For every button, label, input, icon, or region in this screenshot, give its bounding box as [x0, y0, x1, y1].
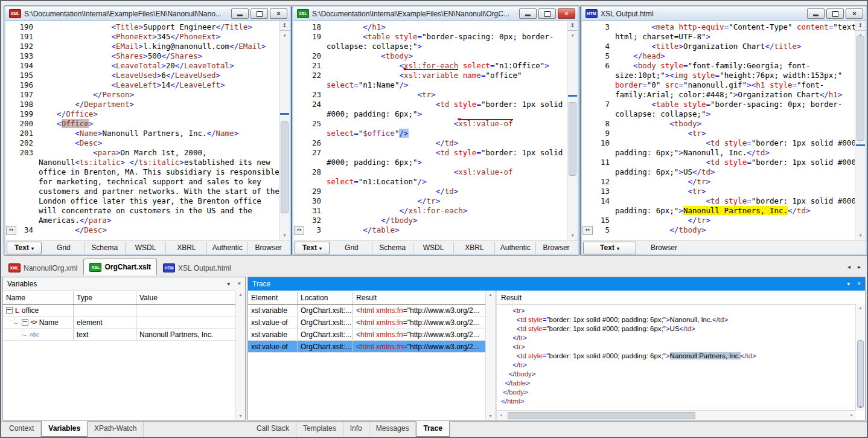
code-line[interactable]: 24 <td style="border: 1px solid — [293, 100, 567, 109]
code-text[interactable]: <Office> — [39, 119, 93, 129]
code-area[interactable]: 18 </h1>19 <table style="border-spacing:… — [293, 22, 567, 240]
code-editor[interactable]: 190 <Title>Support Engineer</Title>191 <… — [5, 21, 290, 240]
code-line[interactable]: 8 <tbody> — [582, 119, 855, 129]
code-text[interactable]: </head> — [615, 51, 665, 61]
code-text[interactable]: </tr> — [327, 196, 440, 206]
code-line[interactable]: 13 <tr> — [582, 187, 855, 196]
code-line[interactable]: 22 <xsl:variable name="office" — [293, 71, 567, 80]
code-line[interactable]: 6 <body style="font-family:Georgia; font… — [582, 61, 855, 71]
code-text[interactable]: collapse: collapse;"> — [615, 109, 710, 119]
minimize-button[interactable] — [519, 8, 537, 19]
panel-tab-info[interactable]: Info — [343, 422, 369, 437]
code-text[interactable]: <LeaveLeft>14</LeaveLeft> — [39, 80, 225, 90]
code-text[interactable]: <title>Organization Chart</title> — [615, 42, 802, 51]
view-tab-wsdl[interactable]: WSDL — [413, 242, 455, 254]
code-text[interactable]: <LeaveUsed>6</LeaveUsed> — [39, 71, 220, 80]
code-line[interactable]: 196 <LeaveLeft>14</LeaveLeft> — [5, 80, 279, 90]
code-line[interactable]: 10 <td style="border: 1px solid #000; — [582, 138, 855, 148]
code-line[interactable]: 195 <LeaveUsed>6</LeaveUsed> — [5, 71, 279, 80]
column-header[interactable]: Location — [298, 292, 353, 304]
code-text[interactable]: customers and partner networks. With the… — [39, 187, 279, 196]
scroll-down-icon[interactable]: ▼ — [567, 231, 578, 240]
code-line[interactable]: family:Arial; color:#448;">Organization … — [582, 90, 855, 100]
code-text[interactable]: <xsl:value-of — [327, 119, 517, 129]
scroll-right-icon[interactable]: ▸ — [847, 411, 856, 419]
code-line[interactable]: 190 <Title>Support Engineer</Title> — [5, 22, 279, 32]
code-text[interactable]: </tr> — [615, 216, 710, 225]
scroll-thumb[interactable] — [857, 36, 864, 141]
code-line[interactable]: 191 <PhoneExt>345</PhoneExt> — [5, 32, 279, 42]
code-text[interactable]: </tr> — [615, 177, 710, 187]
view-tab-wsdl[interactable]: WSDL — [126, 242, 167, 254]
code-line[interactable]: collapse: collapse;"> — [582, 109, 855, 119]
panel-tab-context[interactable]: Context — [2, 422, 41, 437]
code-text[interactable]: padding: 6px;">Nanonull Partners, Inc.</… — [615, 206, 811, 216]
result-v-scrollbar[interactable]: ▲ ▼ — [855, 304, 865, 411]
column-header[interactable]: Type — [74, 292, 136, 304]
view-tab-browser[interactable]: Browser — [536, 242, 576, 254]
code-line[interactable]: London office later this year, the Brent… — [5, 196, 279, 206]
column-header[interactable]: Result — [353, 292, 486, 304]
view-tab-grid[interactable]: Grid — [331, 242, 372, 254]
code-text[interactable]: </tbody> — [327, 216, 418, 225]
code-text[interactable]: </xsl:for-each> — [327, 206, 467, 216]
result-code[interactable]: <tr> <td style="border: 1px solid #000; … — [497, 305, 856, 411]
code-text[interactable]: </Department> — [39, 100, 134, 109]
scroll-up-icon[interactable]: ▲ — [567, 31, 578, 39]
code-text[interactable]: <td style="border: 1px solid #000; — [615, 196, 855, 206]
scroll-down-icon[interactable]: ▼ — [486, 412, 495, 420]
code-text[interactable]: <meta http-equiv="Content-Type" content=… — [615, 22, 855, 32]
code-text[interactable]: select="n1:Location"/> — [327, 177, 427, 187]
trace-row[interactable]: xsl:value-ofOrgChart.xslt:...<html xmlns… — [248, 341, 486, 353]
panel-close-icon[interactable]: × — [857, 281, 861, 287]
code-line[interactable]: 198 </Department> — [5, 100, 279, 109]
panel-close-icon[interactable]: × — [237, 281, 241, 287]
code-line[interactable]: office in Brenton, MA. This subsidiary i… — [5, 167, 279, 177]
panel-tab-variables[interactable]: Variables — [41, 421, 88, 437]
code-text[interactable]: <xsl:for-each select="n1:Office"> — [327, 61, 549, 71]
scroll-down-icon[interactable]: ▼ — [279, 231, 290, 240]
code-line[interactable]: 5 </head> — [582, 51, 855, 61]
code-text[interactable]: office in Brenton, MA. This subsidiary i… — [39, 167, 279, 177]
code-text[interactable]: <tbody> — [327, 51, 413, 61]
minimize-button[interactable] — [231, 8, 249, 19]
code-text[interactable]: html; charset=UTF-8"> — [615, 32, 710, 42]
code-line[interactable]: 3 <meta http-equiv="Content-Type" conten… — [582, 22, 855, 32]
code-area[interactable]: 190 <Title>Support Engineer</Title>191 <… — [5, 22, 279, 240]
code-text[interactable]: select="$office"/> — [327, 129, 409, 138]
code-line[interactable]: 199 </Office> — [5, 109, 279, 119]
code-line[interactable]: 9 <tr> — [582, 129, 855, 138]
code-line[interactable]: 31 </xsl:for-each> — [293, 206, 567, 216]
view-tab-text[interactable]: Text▾ — [583, 242, 636, 254]
code-line[interactable]: will concentrate on customers in the US … — [5, 206, 279, 216]
code-line[interactable]: 194 <LeaveTotal>20</LeaveTotal> — [5, 61, 279, 71]
scroll-down-icon[interactable]: ▼ — [236, 412, 245, 420]
code-line[interactable]: Americas.</para> — [5, 216, 279, 225]
v-split-grip-icon[interactable]: ↕ — [855, 21, 866, 31]
window-titlebar[interactable]: XMLS:\Documentation\Internal\ExampleFile… — [5, 7, 290, 21]
scroll-up-icon[interactable]: ▲ — [486, 291, 495, 298]
code-text[interactable]: size:10pt;"><img style="height:76px; wid… — [615, 71, 842, 80]
panel-tab-call-stack[interactable]: Call Stack — [250, 422, 296, 437]
code-line[interactable]: 7 <table style="border-spacing: 0px; bor… — [582, 100, 855, 109]
restore-button[interactable] — [538, 8, 556, 19]
document-tab-orgchart-xslt[interactable]: XSLOrgChart.xslt — [83, 259, 157, 275]
view-tab-grid[interactable]: Grid — [43, 242, 85, 254]
panel-menu-icon[interactable]: ▾ — [847, 281, 850, 287]
code-line[interactable]: select="n1:Location"/> — [293, 177, 567, 187]
code-text[interactable]: select="n1:Name"/> — [327, 80, 408, 90]
collapse-toggle[interactable] — [6, 307, 13, 314]
trace-row[interactable]: xsl:variableOrgChart.xslt:...<html xmlns… — [248, 329, 486, 341]
panel-tab-templates[interactable]: Templates — [296, 422, 343, 437]
code-text[interactable]: <Shares>500</Shares> — [39, 51, 202, 61]
scroll-left-icon[interactable]: ◂ — [497, 411, 505, 419]
code-text[interactable]: will concentrate on customers in the US … — [39, 206, 252, 216]
code-line[interactable]: 192 <EMail>l.king@nanonull.com</EMail> — [5, 42, 279, 51]
scroll-up-icon[interactable]: ▲ — [236, 291, 245, 298]
code-text[interactable]: Americas.</para> — [39, 216, 111, 225]
code-editor[interactable]: 18 </h1>19 <table style="border-spacing:… — [293, 21, 578, 240]
code-line[interactable]: 32 </tbody> — [293, 216, 567, 225]
code-line[interactable]: size:10pt;"><img style="height:76px; wid… — [582, 71, 855, 80]
code-text[interactable]: #000; padding: 6px;"> — [327, 109, 422, 119]
code-line[interactable]: padding: 6px;">US</td> — [582, 167, 855, 177]
